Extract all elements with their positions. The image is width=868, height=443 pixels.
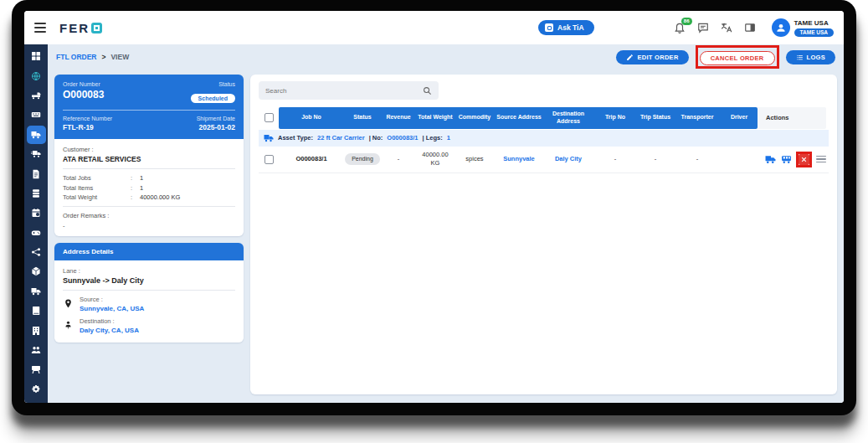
- people-icon: [31, 345, 41, 355]
- sidebar-item-tracking[interactable]: [27, 224, 46, 242]
- order-summary-column: Order Number O000083 Status Scheduled: [54, 75, 244, 394]
- source-address-link[interactable]: Sunnyvale, CA, USA: [80, 305, 144, 312]
- bell-icon[interactable]: 86: [674, 22, 686, 34]
- asset-legs-value[interactable]: 1: [447, 134, 450, 142]
- sidebar-item-data-store[interactable]: [27, 184, 46, 203]
- top-bar: FER Ask TiA 86: [24, 11, 844, 44]
- panel-icon: [31, 110, 41, 120]
- cancel-job-icon[interactable]: [799, 154, 809, 165]
- breadcrumb: FTL ORDER > VIEW: [56, 53, 129, 61]
- cell-destination-address[interactable]: Daly City: [543, 153, 593, 165]
- table-header-row: Job NoStatusRevenueTotal WeightCommodity…: [259, 107, 829, 129]
- logs-button[interactable]: LOGS: [786, 50, 835, 64]
- breadcrumb-ftl-order[interactable]: FTL ORDER: [56, 53, 96, 61]
- breadcrumb-separator: >: [101, 53, 105, 61]
- cell-revenue: -: [381, 153, 416, 165]
- col-header-trip-no: Trip No: [593, 107, 637, 129]
- cell-driver: [721, 157, 758, 161]
- col-header-actions: Actions: [758, 107, 826, 129]
- select-all-checkbox[interactable]: [265, 113, 274, 122]
- sidebar-item-company[interactable]: [27, 321, 46, 339]
- sidebar-item-global-network[interactable]: [27, 66, 46, 85]
- reference-number-label: Reference Number: [63, 116, 112, 121]
- asset-legs-label: | Legs:: [422, 134, 442, 142]
- col-header-destination-address: Destination Address: [543, 107, 593, 129]
- cell-total-weight: 40000.00 KG: [416, 149, 455, 169]
- chat-icon[interactable]: [697, 22, 710, 34]
- order-number-value: O000083: [63, 89, 104, 100]
- user-name: TAME USA: [794, 19, 829, 27]
- cell-trip-no: -: [593, 153, 637, 165]
- sidebar-item-control-panel[interactable]: [27, 106, 46, 124]
- sidebar-item-vehicle[interactable]: [27, 86, 46, 105]
- top-icon-cluster: 86: [674, 22, 757, 34]
- sidebar-item-settings[interactable]: [27, 380, 46, 399]
- destination-address-link[interactable]: Daly City, CA, USA: [80, 327, 139, 334]
- logo-o-icon: [91, 23, 102, 33]
- sidebar-item-ledger[interactable]: [27, 301, 46, 320]
- cancel-order-highlight: CANCEL ORDER: [696, 45, 779, 69]
- sidebar-item-ftl-order[interactable]: [27, 126, 46, 144]
- col-header-job-no: Job No: [279, 107, 344, 129]
- search-input[interactable]: [265, 87, 423, 95]
- jobs-panel: Job NoStatusRevenueTotal WeightCommodity…: [250, 75, 837, 394]
- search-bar: [259, 81, 439, 100]
- cancel-job-highlight: [796, 152, 812, 167]
- sidebar-item-teams[interactable]: [27, 341, 46, 359]
- asset-type-value[interactable]: 22 ft Car Carrier: [317, 134, 365, 142]
- status-label: Status: [191, 81, 235, 87]
- order-remarks-value: -: [63, 222, 235, 229]
- sidebar-item-documents[interactable]: [27, 164, 46, 183]
- assign-vehicle-icon[interactable]: [764, 153, 776, 165]
- truck-flat-icon: [31, 90, 41, 100]
- cancel-order-button[interactable]: CANCEL ORDER: [700, 51, 775, 65]
- row-checkbox[interactable]: [265, 155, 274, 164]
- app-window: FER Ask TiA 86: [24, 11, 844, 403]
- truck-icon: [31, 286, 41, 296]
- address-details-title: Address Details: [54, 243, 244, 260]
- destination-label: Destination :: [80, 317, 139, 325]
- col-header-transporter: Transporter: [674, 107, 721, 129]
- sidebar-item-3d-view[interactable]: [27, 262, 46, 281]
- asset-no-label: | No:: [369, 134, 383, 142]
- logo-text: FER: [59, 21, 90, 35]
- edit-order-label: EDIT ORDER: [637, 54, 678, 61]
- menu-icon[interactable]: [34, 23, 46, 33]
- cell-source-address[interactable]: Sunnyvale: [495, 153, 543, 165]
- lane-value: Sunnyvale -> Daly City: [63, 276, 235, 285]
- col-header-source-address: Source Address: [495, 107, 543, 129]
- col-header-revenue: Revenue: [381, 107, 416, 129]
- app-logo[interactable]: FER: [59, 21, 102, 35]
- sidebar-item-dashboard[interactable]: [27, 47, 46, 65]
- grid-icon: [31, 51, 41, 61]
- edit-order-button[interactable]: EDIT ORDER: [616, 50, 688, 64]
- total-weight-row: Total Weight : 40000.000 KG: [63, 193, 235, 201]
- sidebar-item-operations[interactable]: [27, 360, 46, 379]
- ask-tia-button[interactable]: Ask TiA: [538, 20, 594, 35]
- cube-icon: [31, 266, 41, 276]
- panel-icon[interactable]: [744, 22, 757, 34]
- translate-icon[interactable]: [721, 22, 733, 34]
- breadcrumb-view: VIEW: [110, 53, 129, 61]
- sidebar-item-transport[interactable]: [27, 282, 46, 301]
- user-org-badge: TAME USA: [794, 28, 834, 37]
- tia-bot-icon: [545, 23, 553, 32]
- table-row: O000083/1 Pending - 40000.00 KG spices S…: [259, 147, 829, 173]
- device-frame: FER Ask TiA 86: [12, 0, 856, 415]
- sidebar-item-integrations[interactable]: [27, 243, 46, 261]
- assign-driver-icon[interactable]: [780, 153, 792, 165]
- row-actions: [758, 152, 826, 167]
- ask-tia-label: Ask TiA: [557, 23, 584, 32]
- logs-label: LOGS: [807, 54, 825, 61]
- asset-no-value[interactable]: O000083/1: [387, 134, 418, 142]
- search-icon: [423, 86, 432, 95]
- sidebar-item-fleet[interactable]: [27, 145, 46, 163]
- sidebar-item-planner[interactable]: [27, 203, 46, 222]
- col-header-commodity: Commodity: [455, 107, 495, 129]
- shipment-date-value: 2025-01-02: [197, 123, 235, 131]
- row-menu-icon[interactable]: [816, 156, 826, 163]
- user-menu[interactable]: TAME USA TAME USA: [772, 18, 834, 37]
- building-icon: [31, 326, 41, 336]
- calendar-icon: [31, 208, 41, 218]
- total-items-row: Total Items : 1: [63, 184, 235, 192]
